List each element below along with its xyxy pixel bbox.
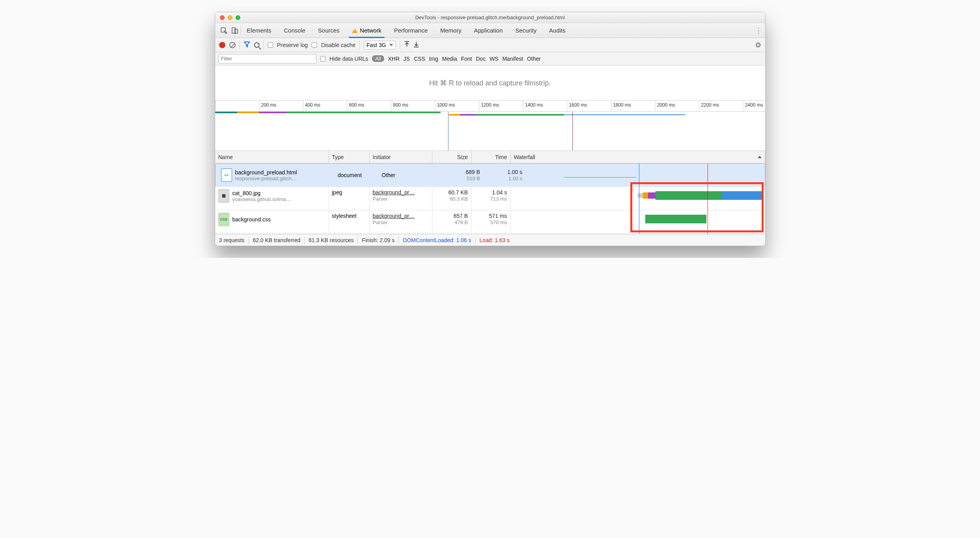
filter-manifest[interactable]: Manifest: [502, 56, 523, 62]
filter-js[interactable]: JS: [403, 56, 410, 62]
request-initiator: Other: [382, 172, 396, 178]
preserve-log-checkbox[interactable]: [268, 42, 273, 48]
table-row[interactable]: CSS background.css stylesheet background…: [215, 210, 765, 234]
tab-application[interactable]: Application: [468, 23, 509, 38]
gear-icon[interactable]: ⚙: [755, 41, 761, 49]
tick-label: 1400 ms: [525, 102, 543, 108]
request-name: background.css: [232, 216, 271, 223]
throttle-select[interactable]: Fast 3G: [364, 41, 396, 49]
timeline-overview[interactable]: [215, 112, 765, 151]
tab-performance[interactable]: Performance: [388, 23, 434, 38]
inspect-icon[interactable]: [218, 25, 229, 36]
tick-label: 1000 ms: [437, 102, 455, 108]
request-initiator[interactable]: background_pr…: [373, 189, 415, 196]
table-header: Name Type Initiator Size Time Waterfall: [215, 151, 765, 163]
status-resources: 61.3 KB resources: [309, 237, 354, 243]
tab-label: Memory: [440, 27, 461, 34]
request-time-sub: 1.00 s: [508, 176, 522, 181]
file-image-icon: 🖼: [218, 189, 229, 203]
request-size: 689 B: [466, 169, 480, 175]
kebab-menu-icon[interactable]: ⋮: [755, 26, 762, 35]
tab-sources[interactable]: Sources: [312, 23, 346, 38]
status-bar: 3 requests 62.0 KB transferred 61.3 KB r…: [215, 234, 765, 246]
filter-img[interactable]: Img: [429, 56, 438, 62]
tab-label: Sources: [318, 27, 339, 34]
separator: [359, 41, 360, 49]
load-marker: [572, 112, 573, 150]
download-har-icon[interactable]: [414, 41, 419, 49]
clear-button[interactable]: [229, 42, 236, 48]
tick-label: 1800 ms: [613, 102, 631, 108]
request-size-sub: 60.3 KB: [450, 196, 468, 202]
tick-label: 600 ms: [349, 102, 364, 108]
tick-label: 2200 ms: [701, 102, 719, 108]
tab-label: Security: [515, 27, 537, 34]
request-type: document: [335, 170, 376, 181]
window-title: DevTools - responsive-preload.glitch.me/…: [215, 14, 765, 20]
col-type[interactable]: Type: [329, 151, 370, 163]
svg-rect-1: [232, 28, 236, 33]
col-name[interactable]: Name: [215, 151, 329, 163]
hide-data-urls-checkbox[interactable]: [320, 56, 326, 62]
table-row[interactable]: 🖼 cat_800.jpg yoavweiss.github.io/ima… j…: [215, 187, 765, 210]
tab-label: Application: [474, 27, 503, 34]
filter-toggle-icon[interactable]: [244, 41, 250, 49]
filmstrip-hint: Hit ⌘ R to reload and capture filmstrip.: [429, 79, 551, 87]
request-time-sub: 713 ms: [490, 196, 507, 202]
tab-console[interactable]: Console: [278, 23, 312, 38]
filter-ws[interactable]: WS: [490, 56, 499, 62]
filter-css[interactable]: CSS: [414, 56, 425, 62]
filmstrip-panel: Hit ⌘ R to reload and capture filmstrip.: [215, 65, 765, 101]
throttle-value: Fast 3G: [367, 42, 386, 48]
upload-har-icon[interactable]: [404, 41, 410, 49]
col-initiator[interactable]: Initiator: [370, 151, 432, 163]
sort-ascending-icon: [758, 156, 762, 158]
tab-security[interactable]: Security: [509, 23, 543, 38]
tick-label: 2400 ms: [745, 102, 763, 108]
device-toggle-icon[interactable]: [229, 25, 240, 36]
disable-cache-checkbox[interactable]: [312, 42, 317, 48]
request-name: cat_800.jpg: [232, 190, 291, 196]
search-icon[interactable]: [254, 42, 260, 48]
table-body: <> background_preload.html responsive-pr…: [215, 163, 765, 234]
record-button[interactable]: [219, 42, 225, 48]
dcl-marker: [448, 112, 448, 150]
separator: [240, 41, 240, 49]
filter-font[interactable]: Font: [461, 56, 472, 62]
col-waterfall[interactable]: Waterfall: [511, 151, 765, 163]
filter-all[interactable]: All: [372, 55, 384, 62]
filter-xhr[interactable]: XHR: [388, 56, 400, 62]
titlebar: DevTools - responsive-preload.glitch.me/…: [215, 12, 765, 23]
file-css-icon: CSS: [218, 213, 229, 226]
table-row[interactable]: <> background_preload.html responsive-pr…: [215, 163, 765, 187]
tab-label: Audits: [549, 27, 566, 34]
tick-label: 400 ms: [305, 102, 320, 108]
separator: [400, 41, 400, 49]
filter-input[interactable]: [218, 54, 316, 63]
request-time: 1.04 s: [492, 189, 507, 196]
tab-label: Console: [284, 27, 305, 34]
tick-label: 1600 ms: [569, 102, 587, 108]
svg-rect-2: [234, 29, 238, 33]
col-time[interactable]: Time: [472, 151, 511, 163]
request-type: stylesheet: [329, 210, 370, 234]
network-toolbar: Preserve log Disable cache Fast 3G ⚙: [215, 38, 765, 52]
request-size-sub: 479 B: [455, 219, 468, 225]
filter-doc[interactable]: Doc: [476, 56, 486, 62]
request-initiator[interactable]: background_pr…: [373, 213, 415, 219]
col-size[interactable]: Size: [432, 151, 472, 163]
request-time: 571 ms: [489, 213, 507, 219]
file-html-icon: <>: [221, 168, 232, 182]
tab-audits[interactable]: Audits: [543, 23, 572, 38]
tab-elements[interactable]: Elements: [241, 23, 278, 38]
separator: [399, 237, 399, 244]
tick-label: 200 ms: [261, 102, 276, 108]
tab-network[interactable]: Network: [346, 23, 388, 38]
request-domain: yoavweiss.github.io/ima…: [232, 196, 291, 202]
tab-memory[interactable]: Memory: [434, 23, 468, 38]
separator: [304, 237, 305, 244]
filter-other[interactable]: Other: [527, 56, 541, 62]
filter-media[interactable]: Media: [442, 56, 457, 62]
request-time: 1.00 s: [507, 169, 522, 175]
timeline-ruler[interactable]: 200 ms 400 ms 600 ms 800 ms 1000 ms 1200…: [215, 101, 765, 112]
